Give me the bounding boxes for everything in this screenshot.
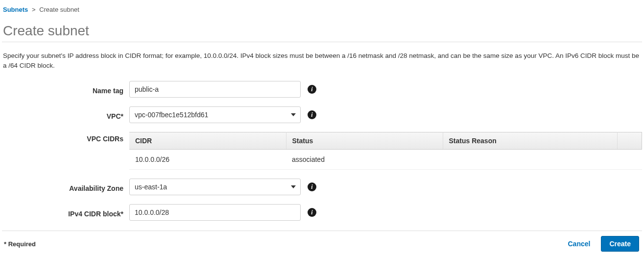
- row-vpc-cidrs: VPC CIDRs CIDR Status Status Reason 10.0…: [2, 132, 642, 170]
- breadcrumb-current: Create subnet: [39, 6, 79, 13]
- row-ipv4: IPv4 CIDR block* i: [2, 204, 642, 221]
- cell-cidr: 10.0.0.0/26: [129, 150, 286, 170]
- row-az: Availability Zone us-east-1a i: [2, 179, 642, 195]
- page-description: Specify your subnet's IP address block i…: [2, 51, 642, 70]
- cell-status: associated: [286, 150, 443, 170]
- az-select[interactable]: us-east-1a: [129, 179, 301, 195]
- cell-status-reason: [443, 150, 618, 170]
- label-name-tag: Name tag: [2, 84, 129, 95]
- breadcrumb-parent-link[interactable]: Subnets: [3, 6, 28, 13]
- vpc-select-value: vpc-007fbec1e512bfd61: [129, 106, 301, 123]
- info-icon[interactable]: i: [308, 182, 316, 191]
- vpc-cidrs-table: CIDR Status Status Reason 10.0.0.0/26 as…: [129, 132, 642, 170]
- label-az: Availability Zone: [2, 181, 129, 192]
- info-icon[interactable]: i: [308, 208, 316, 217]
- label-vpc-cidrs: VPC CIDRs: [2, 132, 129, 143]
- footer-actions: Cancel Create: [566, 236, 639, 252]
- col-status: Status: [286, 132, 443, 150]
- label-ipv4: IPv4 CIDR block*: [2, 207, 129, 218]
- col-cidr: CIDR: [129, 132, 286, 150]
- create-button[interactable]: Create: [601, 236, 639, 252]
- label-vpc: VPC*: [2, 109, 129, 120]
- row-vpc: VPC* vpc-007fbec1e512bfd61 i: [2, 106, 642, 123]
- info-icon[interactable]: i: [308, 110, 316, 119]
- vpc-select[interactable]: vpc-007fbec1e512bfd61: [129, 106, 301, 123]
- name-tag-input[interactable]: [129, 81, 301, 98]
- ipv4-cidr-input[interactable]: [129, 204, 301, 221]
- info-icon[interactable]: i: [308, 85, 316, 94]
- col-status-reason: Status Reason: [443, 132, 618, 150]
- row-name-tag: Name tag i: [2, 81, 642, 98]
- az-select-value: us-east-1a: [129, 179, 301, 195]
- col-spacer: [618, 132, 642, 150]
- footer-bar: * Required Cancel Create: [2, 231, 642, 256]
- page-title: Create subnet: [2, 23, 642, 42]
- cancel-button[interactable]: Cancel: [566, 237, 592, 251]
- cell-spacer: [618, 150, 642, 170]
- table-row: 10.0.0.0/26 associated: [129, 150, 642, 170]
- required-note: * Required: [4, 240, 36, 248]
- breadcrumb-separator: >: [32, 6, 36, 13]
- breadcrumb: Subnets > Create subnet: [2, 6, 642, 13]
